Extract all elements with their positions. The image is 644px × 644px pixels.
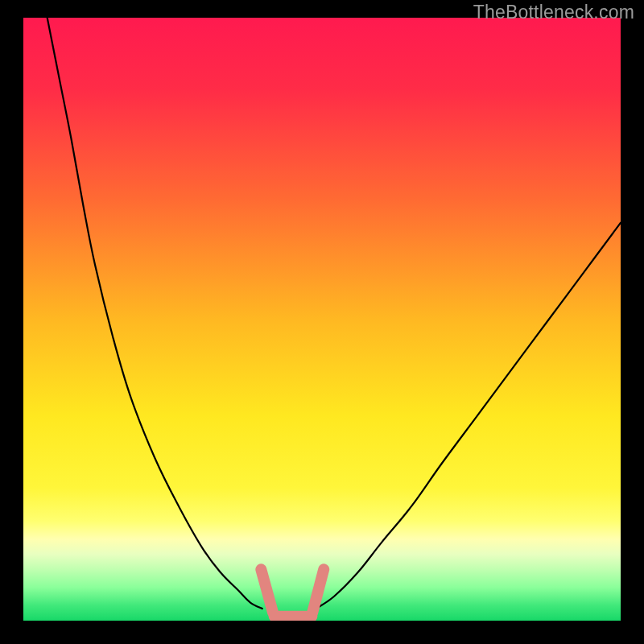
- curve-left: [47, 18, 262, 609]
- bottleneck-curve: [23, 18, 621, 621]
- watermark-text: TheBottleneck.com: [473, 2, 634, 23]
- curve-right: [316, 223, 621, 609]
- plot-area: [23, 18, 621, 621]
- marker-left-dash: [261, 569, 273, 613]
- marker-right-dash: [312, 569, 324, 613]
- chart-frame: TheBottleneck.com: [0, 0, 644, 644]
